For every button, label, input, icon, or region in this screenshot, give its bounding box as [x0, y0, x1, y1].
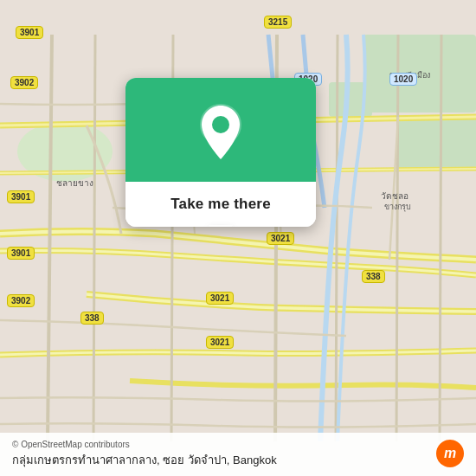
svg-text:ขางกรุบ: ขางกรุบ [384, 203, 411, 212]
map: ชลายขาง วัดชลอ ขางกรุบ ขางศรี เมือง ขาง … [0, 0, 476, 476]
location-name: กลุ่มเกษตรกรทำนาศาลากลาง, ซอย วัดจำปา, B… [12, 451, 464, 469]
road-badge-3021-2: 3021 [206, 292, 234, 305]
svg-text:ชลายขาง: ชลายขาง [56, 178, 93, 188]
moovit-icon: m [436, 440, 464, 467]
popup-header [125, 78, 316, 182]
road-badge-338-1: 338 [362, 270, 385, 283]
take-me-there-button[interactable]: Take me there [170, 196, 271, 213]
road-badge-3901-1: 3901 [16, 26, 43, 39]
popup-button-area: Take me there [125, 182, 316, 227]
svg-line-13 [336, 35, 338, 441]
road-badge-3021-1: 3021 [267, 232, 294, 245]
location-icon-container [195, 102, 247, 164]
bottom-bar: © OpenStreetMap contributors กลุ่มเกษตรก… [0, 433, 476, 476]
road-badge-3215: 3215 [264, 16, 292, 29]
location-popup: Take me there [125, 78, 316, 227]
road-badge-3901-2: 3901 [7, 190, 35, 203]
road-badge-338-2: 338 [80, 312, 104, 325]
moovit-letter: m [444, 446, 456, 461]
road-badge-3902-1: 3902 [10, 76, 38, 89]
map-background: ชลายขาง วัดชลอ ขางกรุบ ขางศรี เมือง ขาง … [0, 0, 476, 476]
road-badge-3901-3: 3901 [7, 247, 35, 260]
road-badge-3021-3: 3021 [206, 336, 234, 349]
attribution-text: © OpenStreetMap contributors [12, 440, 464, 449]
svg-line-15 [440, 35, 441, 441]
road-badge-1020-2: 1020 [389, 73, 417, 86]
road-badge-3902-2: 3902 [7, 294, 35, 307]
moovit-logo[interactable]: m [436, 440, 464, 467]
location-pin-icon [195, 102, 247, 164]
svg-line-10 [93, 35, 95, 441]
svg-rect-2 [398, 117, 476, 169]
svg-point-22 [212, 116, 229, 133]
svg-text:วัดชลอ: วัดชลอ [381, 191, 408, 201]
svg-line-14 [396, 35, 398, 441]
popup-tail [209, 225, 233, 227]
